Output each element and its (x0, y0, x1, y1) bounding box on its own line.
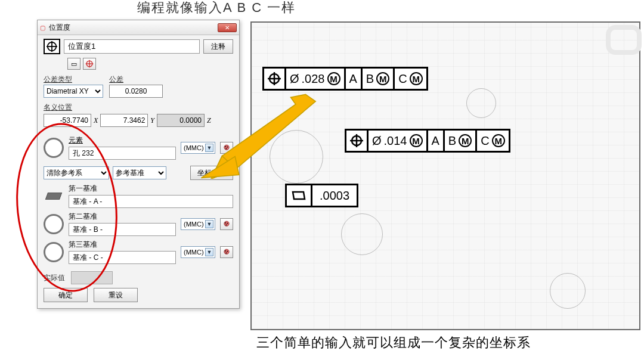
mmc-icon: M (376, 72, 389, 85)
app-icon: ▢ (40, 24, 45, 31)
tolerance-label: 公差 (109, 75, 169, 85)
transform-button[interactable]: 坐标变换 (190, 166, 233, 180)
mmc-icon: M (459, 134, 472, 147)
element-value-input[interactable] (69, 147, 176, 160)
position-symbol-icon (346, 131, 369, 151)
gdnt-strip-2: Ø .014 M A B M C M (345, 129, 510, 153)
svg-point-9 (225, 148, 227, 149)
svg-point-14 (224, 249, 229, 254)
element-icon[interactable] (44, 138, 64, 158)
svg-point-13 (225, 224, 227, 225)
mmc-icon: M (492, 134, 505, 147)
nominal-label: 名义位置 (44, 103, 233, 113)
clear-ref-select[interactable]: 清除参考系 (44, 166, 109, 179)
gdnt1-datum-a: A (346, 69, 363, 89)
gdnt-strip-1: Ø .028 M A B M C M (262, 67, 428, 91)
nominal-x-input[interactable] (44, 114, 91, 127)
datum1-icon[interactable] (44, 186, 64, 206)
datum3-icon[interactable] (44, 242, 64, 262)
toolbar-position-icon[interactable] (83, 58, 96, 70)
gdnt1-value: .028 (302, 72, 325, 86)
mmc-icon: M (327, 72, 340, 85)
engineering-drawing: Ø .028 M A B M C M Ø .014 M A B M C M (250, 21, 640, 330)
reset-button[interactable]: 重设 (94, 288, 138, 302)
datum3-value-input[interactable] (69, 251, 176, 264)
datum3-label: 第三基准 (69, 240, 176, 250)
svg-point-10 (224, 221, 229, 226)
actual-value-label: 实际值 (44, 273, 65, 283)
svg-marker-24 (293, 192, 305, 199)
tolerance-type-label: 公差类型 (44, 75, 103, 85)
x-axis-label: X (94, 116, 98, 125)
toolbar-icon-1[interactable]: ▭ (67, 58, 80, 70)
diameter-symbol-icon: Ø (372, 134, 382, 148)
dialog-title: 位置度 (49, 23, 70, 33)
drawing-circle (466, 88, 496, 118)
annotate-button[interactable]: 注释 (203, 39, 233, 54)
gdnt2-datum-b: B (448, 134, 456, 148)
svg-point-8 (227, 146, 228, 147)
gdnt2-value: .014 (384, 134, 407, 148)
watermark-icon (606, 25, 642, 55)
mmc-icon: M (410, 134, 423, 147)
gdnt2-datum-c: C (481, 134, 489, 148)
datum2-label: 第二基准 (69, 212, 176, 222)
paint-icon-3[interactable] (220, 246, 233, 258)
paint-icon-2[interactable] (220, 218, 233, 230)
z-axis-label: Z (207, 116, 211, 125)
position-dialog: ▢ 位置度 ✕ 注释 ▭ 公差类型 Diametral XY (37, 20, 240, 309)
mmc-select-datum3[interactable]: (MMC)▼ (181, 246, 215, 258)
svg-point-17 (225, 252, 227, 253)
datum1-label: 第一基准 (69, 184, 233, 194)
tolerance-input[interactable] (109, 85, 163, 98)
position-symbol-icon (44, 39, 60, 54)
svg-point-6 (224, 145, 229, 150)
svg-point-16 (227, 250, 228, 252)
position-symbol-icon (264, 69, 286, 89)
top-partial-caption: 编程就像输入A B C 一样 (137, 0, 296, 17)
paint-icon-1[interactable] (220, 142, 233, 154)
gdnt-strip-3: .0003 (285, 184, 358, 207)
close-button[interactable]: ✕ (218, 23, 237, 32)
gdnt2-datum-a: A (428, 131, 445, 151)
flatness-symbol-icon (287, 185, 312, 206)
nominal-y-input[interactable] (100, 114, 148, 127)
gdnt1-datum-c: C (398, 72, 407, 86)
y-axis-label: Y (150, 116, 154, 125)
drawing-circle (341, 213, 383, 255)
gdnt3-value: .0003 (312, 185, 357, 206)
svg-point-12 (227, 222, 228, 224)
ref-datum-select[interactable]: 参考基准 (113, 166, 166, 179)
drawing-circle (550, 273, 586, 309)
datum1-value-input[interactable] (69, 195, 233, 208)
element-label: 元素 (69, 135, 176, 145)
tolerance-type-select[interactable]: Diametral XY (44, 85, 103, 98)
actual-value-box (71, 271, 113, 284)
mmc-icon: M (410, 72, 423, 85)
svg-point-15 (225, 250, 226, 251)
bottom-caption: 三个简单的输入就可以组成一个复杂的坐标系 (256, 334, 531, 352)
svg-point-7 (225, 145, 226, 147)
nominal-z-input[interactable] (157, 114, 205, 127)
gdnt1-datum-b: B (366, 72, 374, 86)
svg-point-11 (225, 222, 226, 223)
mmc-select-datum2[interactable]: (MMC)▼ (181, 218, 215, 230)
drawing-circle (270, 130, 323, 184)
datum2-value-input[interactable] (69, 223, 176, 236)
dialog-titlebar[interactable]: ▢ 位置度 ✕ (38, 20, 239, 35)
ok-button[interactable]: 确定 (44, 288, 88, 302)
datum2-icon[interactable] (44, 214, 64, 234)
mmc-select-element[interactable]: (MMC)▼ (181, 142, 215, 154)
diameter-symbol-icon: Ø (290, 72, 299, 86)
feature-name-input[interactable] (64, 39, 200, 54)
